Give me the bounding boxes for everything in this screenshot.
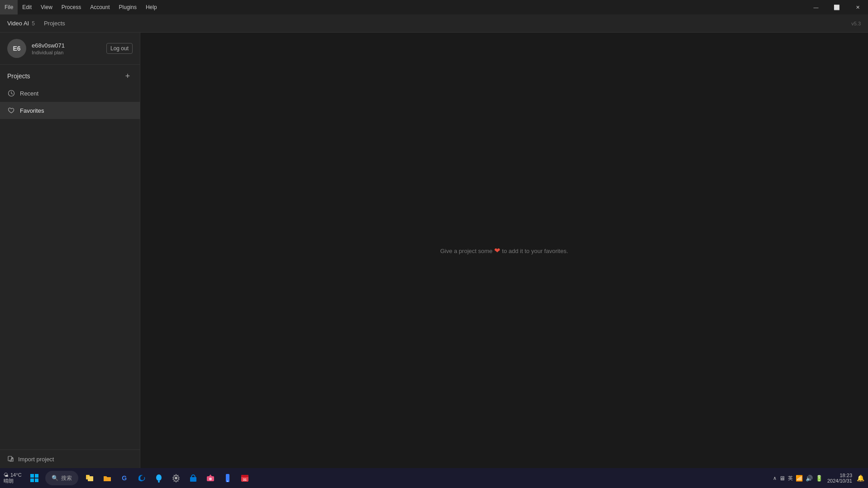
svg-point-9 [156, 474, 162, 481]
sidebar-footer: Import project [0, 450, 140, 468]
account-info: e68v0sw071 Individual plan [32, 42, 101, 55]
edge-icon [137, 474, 146, 483]
svg-point-10 [158, 481, 160, 483]
menu-plugins[interactable]: Plugins [114, 0, 141, 14]
svg-rect-6 [35, 478, 38, 482]
nav-recent[interactable]: Recent [0, 85, 140, 102]
weather-condition: 晴朗 [4, 478, 14, 484]
taskbar-app-settings[interactable] [168, 470, 184, 486]
project-count: 5 [32, 20, 35, 27]
logout-button[interactable]: Log out [106, 43, 133, 54]
empty-text-before: Give a project some [440, 248, 493, 254]
start-button[interactable] [25, 470, 43, 486]
svg-marker-15 [209, 474, 212, 476]
tray-speaker[interactable]: 🔊 [806, 475, 813, 482]
svg-rect-4 [35, 474, 38, 478]
tray-chevron[interactable]: ∧ [773, 475, 777, 481]
clock-icon [7, 89, 15, 97]
main-layout: E6 e68v0sw071 Individual plan Log out Pr… [0, 33, 868, 468]
menu-process[interactable]: Process [57, 0, 86, 14]
add-project-button[interactable]: + [123, 71, 133, 81]
calendar-icon: 31 [240, 474, 249, 483]
minimize-button[interactable]: — [806, 0, 826, 14]
window-controls: — ⬜ ✕ [806, 0, 868, 14]
title-bar: File Edit View Process Account Plugins H… [0, 0, 868, 14]
tray-wifi[interactable]: 📶 [796, 475, 803, 482]
phone-icon [223, 474, 232, 483]
taskbar-app-qq[interactable] [151, 470, 167, 486]
nav-favorites[interactable]: Favorites [0, 102, 140, 119]
svg-rect-8 [88, 476, 93, 481]
app-version: v5.3 [851, 21, 861, 26]
tray-monitor[interactable]: 🖥 [779, 475, 785, 482]
tray-lang[interactable]: 英 [788, 475, 793, 482]
svg-point-14 [209, 478, 212, 480]
avatar: E6 [7, 39, 26, 58]
taskbar-app-g[interactable]: G [116, 470, 133, 486]
store-icon [189, 474, 198, 483]
projects-breadcrumb[interactable]: Projects [44, 20, 65, 27]
heart-emoji: ❤ [494, 247, 502, 254]
menu-help[interactable]: Help [141, 0, 162, 14]
close-button[interactable]: ✕ [847, 0, 868, 14]
taskbar-search[interactable]: 🔍 搜索 [45, 471, 78, 485]
windows-icon [30, 474, 38, 482]
files-icon [85, 473, 95, 483]
taskbar-apps: G [82, 470, 253, 486]
taskbar-app-edge[interactable] [134, 470, 150, 486]
svg-rect-5 [30, 478, 34, 482]
camera-icon [206, 474, 215, 483]
sidebar: E6 e68v0sw071 Individual plan Log out Pr… [0, 33, 140, 468]
account-plan: Individual plan [32, 50, 101, 55]
projects-header: Projects + [0, 65, 140, 85]
svg-rect-19 [241, 475, 248, 477]
settings-icon [172, 474, 181, 483]
taskbar-app-folder[interactable] [99, 470, 115, 486]
taskbar-app-store[interactable] [185, 470, 201, 486]
taskbar-app-calendar[interactable]: 31 [237, 470, 253, 486]
main-content: Give a project some ❤ to add it to your … [140, 33, 868, 468]
search-label: 搜索 [61, 474, 72, 482]
menu-edit[interactable]: Edit [18, 0, 36, 14]
taskbar-clock[interactable]: 18:23 2024/10/31 [827, 473, 852, 483]
recent-label: Recent [20, 90, 38, 97]
clock-time: 18:23 [839, 473, 852, 478]
svg-text:31: 31 [243, 478, 247, 481]
search-icon: 🔍 [52, 475, 58, 481]
import-label: Import project [18, 456, 54, 463]
folder-icon [102, 473, 112, 483]
menu-view[interactable]: View [36, 0, 57, 14]
taskbar-app-files[interactable] [82, 470, 98, 486]
qq-icon [154, 474, 163, 483]
taskbar-weather[interactable]: 🌤 14°C 晴朗 [4, 472, 22, 484]
menu-file[interactable]: File [0, 0, 18, 14]
weather-temp: 14°C [10, 472, 22, 478]
menu-account[interactable]: Account [86, 0, 114, 14]
account-section: E6 e68v0sw071 Individual plan Log out [0, 33, 140, 65]
heart-icon [7, 106, 15, 115]
svg-point-11 [175, 477, 177, 479]
account-name: e68v0sw071 [32, 42, 101, 49]
svg-rect-3 [30, 474, 34, 478]
svg-point-17 [227, 481, 228, 482]
sys-tray: ∧ 🖥 英 📶 🔊 🔋 [773, 475, 823, 482]
maximize-button[interactable]: ⬜ [826, 0, 847, 14]
weather-icon: 🌤 [4, 472, 9, 478]
clock-date: 2024/10/31 [827, 478, 852, 483]
favorites-label: Favorites [20, 107, 44, 114]
menu-bar: File Edit View Process Account Plugins H… [0, 0, 162, 14]
empty-text-after: to add it to your favorites. [502, 248, 568, 254]
taskbar: 🌤 14°C 晴朗 🔍 搜索 G [0, 468, 868, 488]
taskbar-app-phone[interactable] [219, 470, 236, 486]
import-icon [7, 455, 14, 463]
notification-icon[interactable]: 🔔 [857, 474, 864, 482]
svg-rect-12 [190, 477, 196, 482]
app-name: Video AI [7, 20, 29, 27]
taskbar-app-camera[interactable] [202, 470, 219, 486]
app-title: Video AI 5 [7, 20, 35, 27]
projects-label: Projects [7, 72, 30, 80]
app-bar: Video AI 5 Projects v5.3 [0, 14, 868, 33]
taskbar-right: ∧ 🖥 英 📶 🔊 🔋 18:23 2024/10/31 🔔 [773, 473, 864, 483]
tray-battery[interactable]: 🔋 [816, 475, 823, 482]
import-project-button[interactable]: Import project [7, 455, 133, 463]
